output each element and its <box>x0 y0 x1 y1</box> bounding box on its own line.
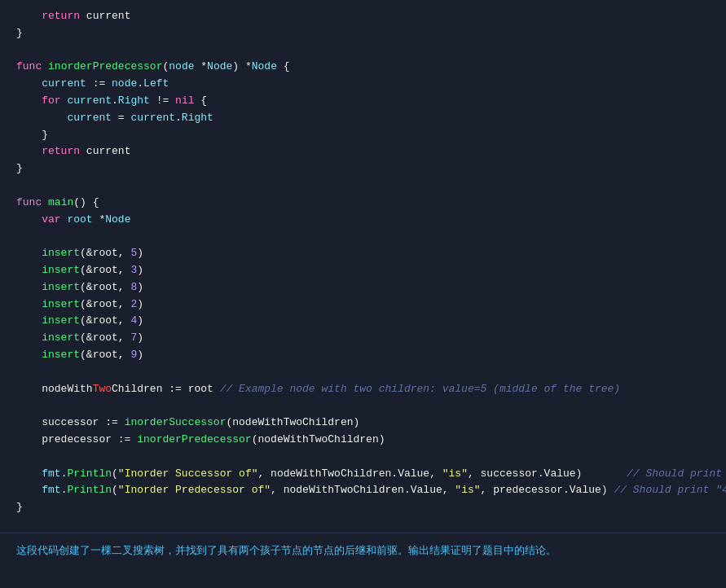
code-line-16: insert(&root, 3) <box>16 262 710 279</box>
code-line-blank-4 <box>16 364 710 381</box>
code-line-5: current := node.Left <box>16 76 710 93</box>
code-line-blank-3 <box>16 228 710 245</box>
bottom-bar: 这段代码创建了一棵二叉搜索树，并找到了具有两个孩子节点的节点的后继和前驱。输出结… <box>0 533 726 569</box>
code-line-8: } <box>16 127 710 144</box>
code-line-6: for current.Right != nil { <box>16 93 710 110</box>
code-line-18: insert(&root, 2) <box>16 296 710 314</box>
code-line-19: insert(&root, 4) <box>16 313 710 330</box>
code-line-4: func inorderPredecessor(node *Node) *Nod… <box>16 59 710 76</box>
code-line-13: var root *Node <box>16 212 710 229</box>
code-line-12: func main() { <box>16 195 710 212</box>
code-line-25: successor := inorderSuccessor(nodeWithTw… <box>16 415 710 432</box>
code-line-blank-6 <box>16 449 710 466</box>
code-line-15: insert(&root, 5) <box>16 245 710 262</box>
code-line-20: insert(&root, 7) <box>16 330 710 347</box>
code-line-30: } <box>16 499 710 516</box>
code-line-23: nodeWithTwoChildren := root // Example n… <box>16 381 710 398</box>
code-line-28: fmt.Println("Inorder Successor of", node… <box>16 466 710 483</box>
code-line-2: } <box>16 25 710 42</box>
code-line-1: return current <box>16 8 710 25</box>
code-line-26: predecessor := inorderPredecessor(nodeWi… <box>16 432 710 449</box>
code-line-blank-5 <box>16 397 710 415</box>
code-line-21: insert(&root, 9) <box>16 347 710 364</box>
bottom-explanation: 这段代码创建了一棵二叉搜索树，并找到了具有两个孩子节点的节点的后继和前驱。输出结… <box>16 543 710 559</box>
code-line-blank-1 <box>16 42 710 59</box>
code-line-9: return current <box>16 143 710 160</box>
code-line-10: } <box>16 160 710 178</box>
code-line-blank-2 <box>16 178 710 195</box>
code-line-29: fmt.Println("Inorder Predecessor of", no… <box>16 482 710 499</box>
code-line-17: insert(&root, 8) <box>16 279 710 296</box>
code-line-7: current = current.Right <box>16 110 710 127</box>
code-container: return current } func inorderPredecessor… <box>0 0 726 524</box>
